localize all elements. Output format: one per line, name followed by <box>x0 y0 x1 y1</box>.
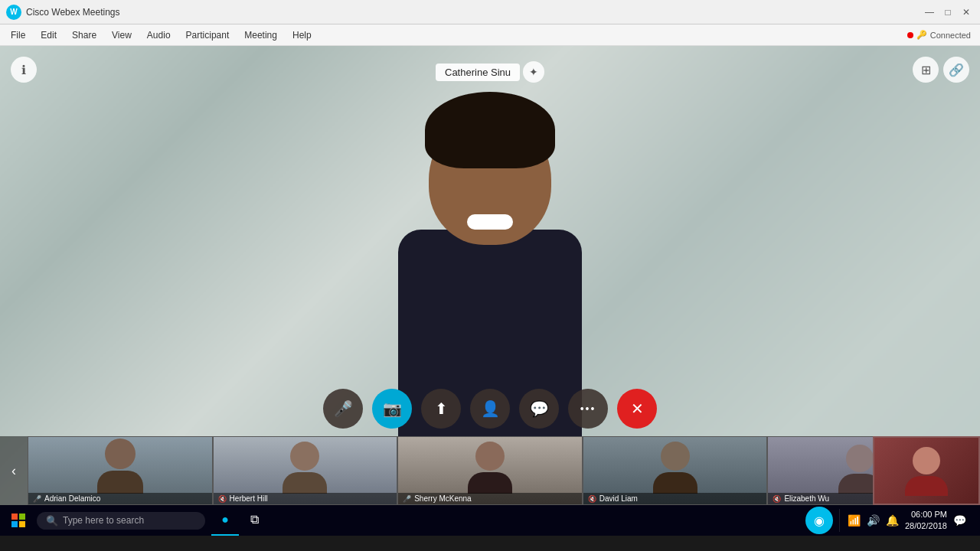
menu-edit[interactable]: Edit <box>33 28 64 42</box>
menu-audio[interactable]: Audio <box>139 28 178 42</box>
participant-name-1: Adrian Delamico <box>44 494 100 503</box>
end-call-button[interactable]: ✕ <box>617 389 657 429</box>
cortana-icon-symbol: ◉ <box>814 514 825 528</box>
start-button[interactable] <box>0 505 37 536</box>
taskbar: 🔍 ● ⧉ ◉ 📶 🔊 🔔 06:00 PM 28/02/2018 💬 <box>0 505 980 536</box>
participant-name-3: Sherry McKenna <box>414 494 471 503</box>
menu-view[interactable]: View <box>104 28 139 42</box>
notification-icon[interactable]: 🔔 <box>886 514 899 527</box>
system-tray: 📶 🔊 🔔 06:00 PM 28/02/2018 💬 <box>839 509 974 533</box>
participants-list: 🎤 Adrian Delamico 🔇 Herbert Hill <box>28 436 952 505</box>
time-display: 06:00 PM <box>905 509 947 520</box>
action-center-icon[interactable]: 💬 <box>953 514 966 527</box>
webex-icon: ● <box>221 513 229 527</box>
close-button[interactable]: ✕ <box>959 5 974 20</box>
svg-rect-2 <box>11 521 18 527</box>
window-controls: ― □ ✕ <box>922 5 974 20</box>
main-video-area: ℹ Catherine Sinu ✦ ⊞ 🔗 🎤 📷 ⬆ 👤 💬 <box>0 46 980 505</box>
search-icon: 🔍 <box>46 515 58 527</box>
taskbar-desktop[interactable]: ⧉ <box>240 505 268 536</box>
participant-name-5: Elizabeth Wu <box>784 494 829 503</box>
chat-button[interactable]: 💬 <box>519 389 559 429</box>
windows-logo-icon <box>11 514 25 527</box>
share-button[interactable]: ⬆ <box>421 389 461 429</box>
participant-name-2: Herbert Hill <box>230 494 268 503</box>
participant-tile-2[interactable]: 🔇 Herbert Hill <box>213 436 398 505</box>
connection-badge: 🔑 Connected <box>907 30 977 40</box>
connection-dot <box>907 32 913 38</box>
info-icon: ℹ <box>21 63 26 77</box>
end-icon: ✕ <box>631 399 644 418</box>
share-icon: ⬆ <box>435 399 448 418</box>
search-input[interactable] <box>63 515 185 526</box>
more-icon: ••• <box>580 403 596 415</box>
mic-icon-3: 🎤 <box>403 495 411 503</box>
grid-view-button[interactable]: ⊞ <box>913 57 939 83</box>
svg-rect-0 <box>11 514 18 520</box>
connection-label: Connected <box>930 31 971 40</box>
menu-help[interactable]: Help <box>285 28 319 42</box>
taskbar-right: ◉ 📶 🔊 🔔 06:00 PM 28/02/2018 💬 <box>802 507 980 534</box>
mic-icon-1: 🎤 <box>33 495 41 503</box>
taskbar-search[interactable]: 🔍 <box>37 512 205 530</box>
menu-bar: File Edit Share View Audio Participant M… <box>0 24 980 46</box>
desktop-icon: ⧉ <box>250 513 259 527</box>
minimize-button[interactable]: ― <box>922 5 937 20</box>
menu-file[interactable]: File <box>3 28 33 42</box>
app-icon: W <box>6 5 21 20</box>
pin-icon: ✦ <box>529 66 538 78</box>
taskbar-webex[interactable]: ● <box>211 505 239 536</box>
camera-icon: 📷 <box>383 399 402 418</box>
network-icon[interactable]: 📶 <box>848 514 861 527</box>
lock-icon: 🔑 <box>916 30 927 40</box>
mute-button[interactable]: 🎤 <box>323 389 363 429</box>
video-button[interactable]: 📷 <box>372 389 412 429</box>
link-icon: 🔗 <box>949 63 964 77</box>
self-view <box>873 436 980 505</box>
participants-button[interactable]: 👤 <box>470 389 510 429</box>
svg-rect-1 <box>19 514 25 520</box>
more-button[interactable]: ••• <box>568 389 608 429</box>
participant-strip: ‹ 🎤 Adrian Delamico <box>0 436 980 505</box>
taskbar-apps: ● ⧉ <box>211 505 268 536</box>
mic-off-icon-4: 🔇 <box>588 495 596 503</box>
pin-button[interactable]: ✦ <box>523 61 544 83</box>
presenter-name-badge: Catherine Sinu ✦ <box>436 61 544 83</box>
strip-prev-button[interactable]: ‹ <box>0 436 28 505</box>
date-display: 28/02/2018 <box>905 520 947 532</box>
microphone-icon: 🎤 <box>334 399 353 418</box>
participant-tile-1[interactable]: 🎤 Adrian Delamico <box>28 436 213 505</box>
top-right-controls: ⊞ 🔗 <box>913 57 969 83</box>
mic-off-icon-5: 🔇 <box>773 495 781 503</box>
menu-meeting[interactable]: Meeting <box>237 28 285 42</box>
participant-name-4: David Liam <box>599 494 638 503</box>
participant-tile-4[interactable]: 🔇 David Liam <box>583 436 768 505</box>
presenter-name-label: Catherine Sinu <box>436 64 520 81</box>
maximize-button[interactable]: □ <box>940 5 956 20</box>
app-title: Cisco Webex Meetings <box>26 7 922 18</box>
clock: 06:00 PM 28/02/2018 <box>905 509 947 533</box>
title-bar: W Cisco Webex Meetings ― □ ✕ <box>0 0 980 24</box>
chat-icon: 💬 <box>530 399 549 418</box>
menu-share[interactable]: Share <box>64 28 104 42</box>
info-button[interactable]: ℹ <box>11 57 37 83</box>
mic-off-icon-2: 🔇 <box>218 495 227 503</box>
control-bar: 🎤 📷 ⬆ 👤 💬 ••• ✕ <box>323 389 657 429</box>
participants-icon: 👤 <box>481 399 500 418</box>
grid-icon: ⊞ <box>921 63 931 77</box>
volume-icon[interactable]: 🔊 <box>867 514 880 527</box>
svg-rect-3 <box>19 521 25 527</box>
participant-tile-3[interactable]: 🎤 Sherry McKenna <box>397 436 583 505</box>
menu-participant[interactable]: Participant <box>178 28 237 42</box>
cortana-button[interactable]: ◉ <box>805 507 833 534</box>
chevron-left-icon: ‹ <box>11 463 16 479</box>
link-button[interactable]: 🔗 <box>943 57 969 83</box>
